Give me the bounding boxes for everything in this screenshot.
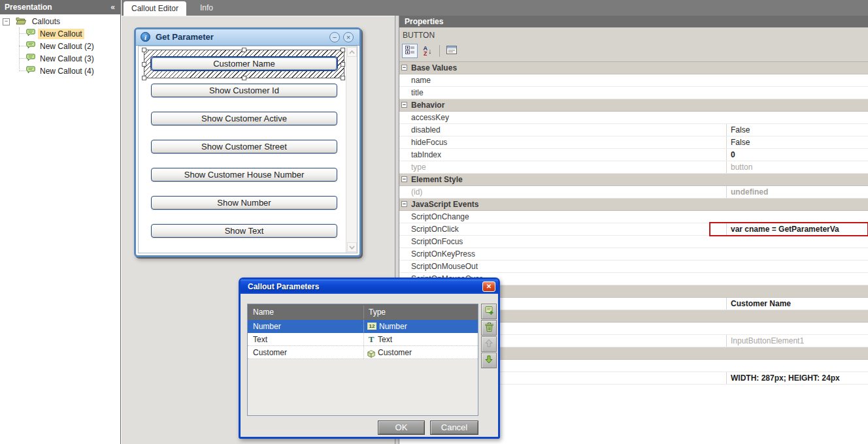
property-row[interactable]: title — [399, 87, 868, 99]
parameter-rows: Number12NumberTextTTextCustomerCustomer — [248, 320, 478, 359]
property-row[interactable]: name — [399, 74, 868, 87]
property-row[interactable]: ScriptOnClickvar cname = GetParameterVa — [399, 223, 868, 236]
tree-item-label: New Callout (3) — [38, 54, 96, 64]
ok-button[interactable]: OK — [378, 420, 425, 435]
parameter-row[interactable]: TextTText — [248, 333, 478, 346]
presentation-title: Presentation — [5, 3, 52, 12]
properties-title: Properties — [405, 17, 443, 26]
tab-callout-editor[interactable]: Callout Editor — [124, 1, 186, 16]
property-row[interactable]: disabledFalse — [399, 124, 868, 136]
add-parameter-icon — [484, 306, 494, 317]
move-down-button[interactable] — [481, 353, 497, 368]
selection-handle[interactable] — [242, 48, 246, 52]
scroll-down-button[interactable] — [347, 242, 357, 252]
add-parameter-button[interactable] — [481, 304, 497, 319]
editor-button[interactable]: Show Customer Id — [151, 84, 337, 97]
move-up-button[interactable] — [481, 336, 497, 352]
property-value[interactable]: Customer Name — [726, 298, 868, 309]
editor-button[interactable]: Show Customer House Number — [151, 168, 337, 182]
delete-parameter-button[interactable] — [481, 320, 497, 336]
category-label: JavaScript Events — [411, 198, 478, 210]
parameter-row[interactable]: Number12Number — [248, 320, 478, 333]
property-row[interactable]: accessKey — [399, 112, 868, 124]
selection-handle[interactable] — [341, 62, 345, 67]
property-value[interactable]: undefined — [726, 186, 868, 198]
collapse-box-icon[interactable]: − — [401, 176, 407, 182]
property-value[interactable]: 0 — [726, 149, 868, 161]
property-row[interactable]: ScriptOnMouseOut — [399, 261, 868, 273]
property-row[interactable]: ScriptOnFocus — [399, 236, 868, 248]
category-label: Behavior — [411, 99, 444, 111]
selected-element-label: BUTTON — [403, 31, 435, 40]
customer-type-icon — [367, 349, 375, 357]
tree-item-label: New Callout — [38, 29, 84, 39]
property-value[interactable]: False — [726, 136, 868, 148]
alphabetical-sort-button[interactable]: AZ↓ — [420, 44, 435, 58]
tree-item[interactable]: New Callout (3) — [26, 52, 96, 64]
tree-item[interactable]: New Callout — [26, 27, 84, 39]
property-row[interactable]: (id)undefined — [399, 186, 868, 198]
trash-icon — [485, 323, 493, 334]
selection-handle[interactable] — [142, 62, 146, 67]
categorized-view-button[interactable] — [402, 44, 418, 58]
category-label: Element Style — [411, 174, 463, 185]
property-value[interactable]: var cname = GetParameterVa — [726, 223, 868, 235]
property-pages-button[interactable] — [444, 44, 459, 58]
parameter-row[interactable]: CustomerCustomer — [248, 346, 478, 359]
property-row[interactable]: tabIndex0 — [399, 149, 868, 161]
sort-arrow-icon: ↓ — [428, 47, 432, 55]
modal-close-button[interactable]: ✕ — [482, 281, 495, 292]
property-category-row[interactable]: −JavaScript Events — [399, 198, 868, 211]
dialog-scrollbar[interactable] — [346, 46, 357, 253]
property-row[interactable]: hideFocusFalse — [399, 136, 868, 149]
property-name: disabled — [399, 124, 726, 136]
selection-handle[interactable] — [341, 76, 345, 80]
selection-handle[interactable] — [242, 76, 246, 80]
collapse-panel-icon[interactable]: « — [110, 0, 115, 14]
minimize-button[interactable]: − — [329, 32, 340, 42]
property-row[interactable]: ScriptOnKeyPress — [399, 248, 868, 261]
editor-button[interactable]: Show Customer Active — [151, 112, 337, 125]
property-value[interactable]: WIDTH: 287px; HEIGHT: 24px — [726, 372, 868, 384]
callout-icon — [26, 65, 35, 77]
down-arrow-icon — [485, 355, 493, 366]
property-category-row[interactable]: −Base Values — [399, 62, 868, 74]
presentation-panel-header: Presentation « — [0, 0, 120, 14]
editor-button[interactable]: Show Customer Street — [151, 140, 337, 153]
property-name: name — [399, 74, 726, 86]
property-value[interactable]: InputButtonElement1 — [726, 335, 868, 347]
property-name: ScriptOnClick — [399, 223, 726, 235]
selection-handle[interactable] — [341, 48, 345, 52]
property-value[interactable]: button — [726, 161, 868, 173]
get-parameter-title: Get Parameter — [156, 29, 214, 45]
selection-handle[interactable] — [142, 48, 146, 52]
collapse-box-icon[interactable]: − — [401, 102, 407, 108]
property-category-row[interactable]: −Element Style — [399, 174, 868, 186]
column-header-name: Name — [253, 304, 274, 320]
info-icon: i — [141, 32, 150, 42]
get-parameter-titlebar[interactable]: i Get Parameter − × — [136, 29, 359, 46]
property-name: accessKey — [399, 112, 726, 123]
tree-item[interactable]: New Callout (4) — [26, 65, 96, 76]
selection-handle[interactable] — [142, 76, 146, 80]
cancel-button[interactable]: Cancel — [430, 420, 478, 435]
collapse-box-icon[interactable]: − — [401, 65, 407, 71]
callout-parameters-titlebar[interactable]: Callout Parameters ✕ — [241, 279, 498, 294]
parameter-type-label: Customer — [378, 346, 412, 359]
property-row[interactable]: typebutton — [399, 161, 868, 174]
tab-info[interactable]: Info — [193, 0, 220, 16]
property-value[interactable]: False — [726, 124, 868, 136]
column-header-type: Type — [369, 304, 386, 320]
customer-name-button[interactable]: Customer Name — [151, 57, 337, 71]
expander-minus-icon[interactable]: − — [3, 18, 10, 25]
tree-root-node[interactable]: − Callouts — [3, 16, 60, 27]
close-button[interactable]: × — [343, 32, 354, 42]
collapse-box-icon[interactable]: − — [401, 201, 407, 207]
editor-button[interactable]: Show Number — [151, 196, 337, 210]
tree-connector-stub — [19, 33, 25, 34]
property-category-row[interactable]: −Behavior — [399, 99, 868, 112]
editor-button[interactable]: Show Text — [151, 224, 337, 238]
tree-item[interactable]: New Callout (2) — [26, 40, 96, 52]
scroll-up-button[interactable] — [347, 47, 357, 57]
property-row[interactable]: ScriptOnChange — [399, 211, 868, 223]
